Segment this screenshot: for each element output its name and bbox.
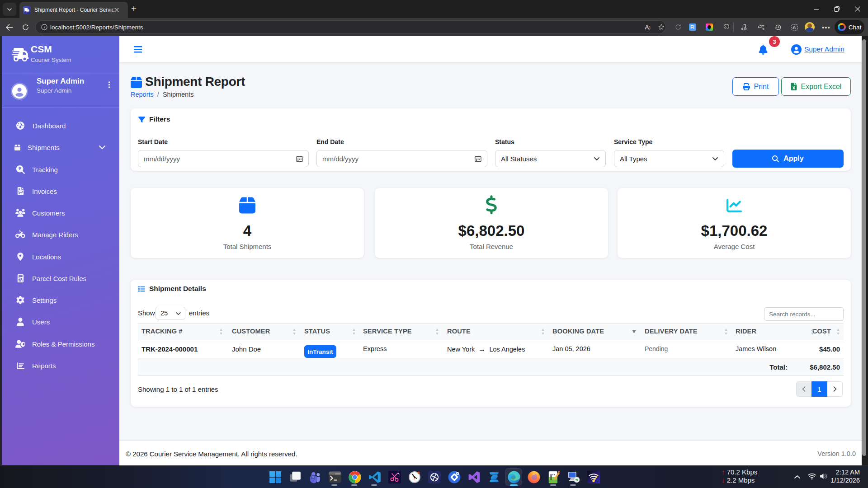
svg-text:T: T (312, 475, 314, 479)
